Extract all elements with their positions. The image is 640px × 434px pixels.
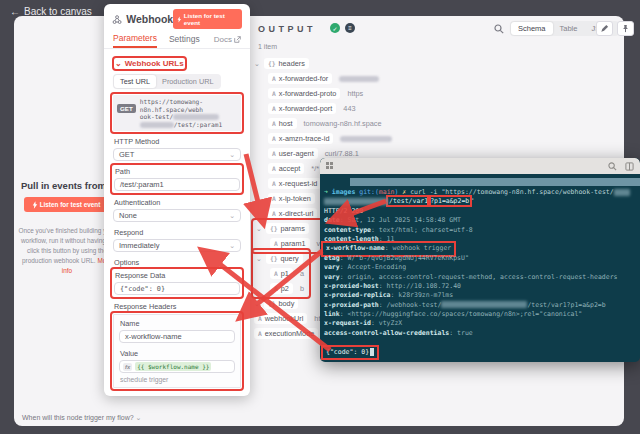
terminal-text: : text/html; charset=utf-8 — [371, 226, 473, 234]
tab-settings[interactable]: Settings — [169, 34, 200, 48]
expression-value: {{ $workflow.name }} — [135, 362, 211, 371]
schema-key: x-forwarded-port — [279, 104, 333, 113]
schema-key-pill: {}query — [266, 253, 303, 264]
annotation-box: x-workflow-name: webhook trigger — [324, 244, 453, 253]
schema-key-pill: Ax-forwarded-for — [268, 73, 332, 84]
schema-row[interactable]: Ap1a — [270, 266, 304, 281]
docs-link[interactable]: Docs — [214, 35, 241, 48]
string-type-icon: A — [272, 165, 276, 172]
schema-key-pill: AwebhookUrl — [254, 313, 307, 324]
expression-preview: schedule trigger — [120, 376, 235, 383]
back-to-canvas-link[interactable]: ← Back to canvas — [10, 6, 92, 17]
schema-value: */* — [311, 164, 319, 173]
chevron-down-icon: ⌄ — [229, 151, 235, 159]
respond-select[interactable]: Immediately ⌄ — [113, 239, 241, 252]
terminal-text: curl -i "https://tomowang-n8n.hf.space/w… — [410, 188, 614, 196]
schema-row[interactable]: Ax-amzn-trace-id — [268, 131, 634, 146]
terminal-text: x-proxied-replica — [324, 291, 391, 299]
auth-label: Authentication — [114, 198, 241, 207]
listen-test-event-button[interactable]: Listen for test event — [173, 9, 242, 29]
response-header-card: Name x-workflow-name Value fx {{ $workfl… — [113, 314, 241, 388]
schema-key: x-direct-url — [279, 209, 313, 218]
header-name-label: Name — [120, 319, 235, 328]
trigger-flow-question[interactable]: When will this node trigger my flow? ⌄ — [22, 414, 141, 422]
terminal-text: : origin, access-control-request-method,… — [340, 273, 618, 281]
auth-select[interactable]: None ⌄ — [113, 209, 241, 222]
terminal-line: HTTP/2 200 — [324, 207, 638, 216]
terminal-text: content-length — [324, 235, 379, 243]
tab-parameters[interactable]: Parameters — [113, 33, 157, 48]
http-method-label: HTTP Method — [114, 137, 241, 146]
production-url-tab[interactable]: Production URL — [156, 75, 220, 88]
terminal-text: {"code": 0} — [326, 348, 369, 356]
pin-icon — [621, 24, 630, 33]
http-method-select[interactable]: GET ⌄ — [113, 148, 241, 161]
terminal-line: ➜ images git:(main) ✗ curl -i "https://t… — [324, 188, 638, 197]
test-url-tab[interactable]: Test URL — [114, 75, 156, 88]
terminal-text: link — [324, 310, 340, 318]
url-env-switch: Test URL Production URL — [113, 74, 221, 89]
schema-row[interactable]: Ax-forwarded-protohttps — [268, 86, 634, 101]
webhook-urls-collapser[interactable]: ⌄ Webhook URLs — [115, 59, 184, 68]
schema-row[interactable]: ⌄{}headers — [254, 56, 634, 71]
schema-key: p2 — [281, 284, 289, 293]
schema-key: executionMode — [265, 329, 315, 338]
schema-row[interactable]: Ap2b — [270, 281, 304, 296]
schema-row[interactable]: Ax-forwarded-for — [268, 71, 634, 86]
terminal-text: : vtyZzX — [371, 319, 402, 327]
search-icon[interactable] — [494, 24, 504, 34]
terminal-line — [324, 338, 638, 347]
terminal-text: x-workflow-name — [326, 244, 385, 252]
string-type-icon: A — [272, 210, 276, 217]
string-type-icon: A — [272, 150, 276, 157]
terminal-line: vary: origin, access-control-request-met… — [324, 273, 638, 282]
bolt-icon — [32, 201, 38, 209]
schema-row[interactable]: ⌄{}query — [256, 251, 304, 266]
header-name-input[interactable]: x-workflow-name — [119, 330, 235, 343]
schema-key: p1 — [281, 269, 289, 278]
webhook-node-panel: Webhook Listen for test event Parameters… — [104, 4, 250, 396]
schema-key-pill: Ax-direct-url — [268, 208, 317, 219]
terminal-titlebar[interactable] — [320, 158, 640, 174]
external-link-icon — [234, 36, 241, 43]
schema-value: b — [300, 284, 304, 293]
options-label: Options — [114, 258, 241, 267]
schema-key: x-forwarded-for — [279, 74, 328, 83]
object-type-icon: {} — [270, 225, 278, 232]
edit-output-button[interactable] — [596, 21, 613, 36]
search-icon[interactable] — [608, 162, 617, 171]
view-schema-tab[interactable]: Schema — [511, 22, 553, 35]
layout-icon[interactable] — [625, 162, 634, 171]
response-data-input[interactable]: {"code": 0} — [114, 282, 240, 295]
terminal-text: git:( — [359, 188, 379, 196]
chevron-down-icon: ⌄ — [256, 225, 262, 233]
pin-data-button[interactable] — [617, 21, 634, 36]
path-input[interactable]: /test/:param1 — [114, 178, 240, 191]
schema-row[interactable]: Ax-forwarded-port443 — [268, 101, 634, 116]
schema-value: https — [347, 89, 363, 98]
schema-row[interactable]: Ahosttomowang-n8n.hf.space — [268, 116, 634, 131]
chevron-down-icon: ⌄ — [254, 300, 260, 308]
schema-key: x-ip-token — [279, 194, 311, 203]
header-value-input[interactable]: fx {{ $workflow.name }} — [119, 360, 235, 373]
schema-key-pill: Ax-request-id — [268, 178, 321, 189]
terminal-window: ➜ images git:(main) ✗ curl -i "https://t… — [320, 158, 640, 362]
string-type-icon: A — [258, 330, 262, 337]
listen-test-event-button-side[interactable]: Listen for test event — [24, 197, 108, 212]
terminal-text: : Sat, 12 Jul 2025 14:58:48 GMT — [340, 216, 461, 224]
terminal-text: date — [324, 216, 340, 224]
view-table-tab[interactable]: Table — [553, 22, 585, 35]
terminal-text: : true — [449, 329, 472, 337]
terminal-text: x-proxied-path — [324, 301, 379, 309]
schema-key: accept — [279, 164, 301, 173]
webhook-url-display[interactable]: GET https://tomowang-n8n.hf.space/webh o… — [113, 95, 241, 131]
terminal-line: x-proxied-host: http://10.108.72.40 — [324, 282, 638, 291]
terminal-line: access-control-allow-credentials: true — [324, 329, 638, 338]
schema-key-pill: AexecutionMode — [254, 328, 318, 339]
terminal-line: etag: W/"b-/qvGjB2wgdNUj44RV7eKnKpsU" — [324, 254, 638, 263]
terminal-line: x-proxied-path: /webhook-test//test/var1… — [324, 301, 638, 310]
terminal-text: : 11 — [379, 235, 395, 243]
schema-key: headers — [278, 59, 304, 68]
terminal-text: : W/"b-/qvGjB2wgdNUj44RV7eKnKpsU" — [340, 254, 469, 262]
schema-key: body — [278, 299, 294, 308]
